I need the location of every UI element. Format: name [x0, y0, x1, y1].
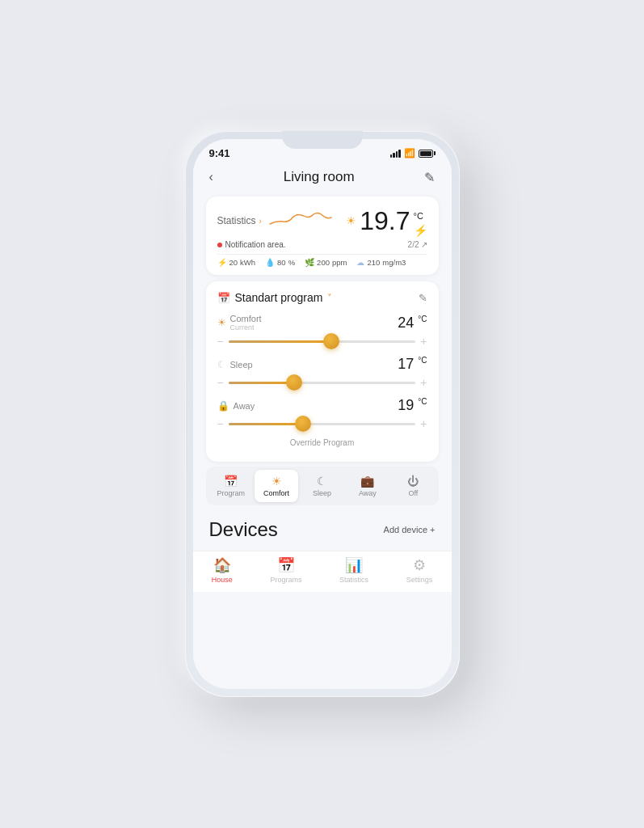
comfort-minus-button[interactable]: −: [217, 335, 224, 348]
away-minus-button[interactable]: −: [217, 417, 224, 430]
lightning-icon: ⚡: [414, 224, 427, 237]
wifi-icon: 📶: [404, 148, 415, 158]
away-temp: 19 °C: [398, 397, 427, 414]
sleep-minus-button[interactable]: −: [217, 376, 224, 389]
energy-value: 20: [229, 258, 238, 267]
humidity-value: 80: [277, 258, 286, 267]
co2-value: 200: [317, 258, 330, 267]
co2-unit: ppm: [332, 258, 347, 267]
stats-text: Statistics: [217, 215, 256, 226]
temperature-value: 19.7: [360, 208, 410, 234]
status-icons: 📶: [390, 148, 436, 158]
away-left: 🔒 Away: [217, 400, 255, 412]
back-button[interactable]: ‹: [209, 170, 213, 184]
sleep-tab-icon: ☾: [317, 475, 327, 488]
nav-statistics[interactable]: 📊 Statistics: [339, 556, 368, 584]
away-lock-icon: 🔒: [217, 400, 229, 412]
sleep-slider-thumb[interactable]: [286, 374, 302, 391]
mode-tabs: 📅 Program ☀ Comfort ☾ Sleep 💼 Away ⏻: [206, 467, 439, 505]
house-nav-label: House: [212, 576, 233, 584]
metrics-row: ⚡ 20 kWh 💧 80 % 🌿 200 ppm: [217, 254, 427, 267]
away-track-row: − +: [217, 417, 427, 430]
metric-humidity: 💧 80 %: [265, 258, 295, 267]
stats-label[interactable]: Statistics ›: [217, 215, 262, 226]
comfort-slider-section: ☀ Comfort Current 24 °C −: [217, 314, 427, 348]
co2-icon: 🌿: [305, 258, 314, 267]
comfort-tab-icon: ☀: [271, 475, 282, 488]
away-slider-section: 🔒 Away 19 °C − +: [217, 397, 427, 430]
away-slider-thumb[interactable]: [295, 416, 311, 432]
off-tab-icon: ⏻: [407, 475, 419, 488]
comfort-mode-sub: Current: [230, 323, 262, 332]
comfort-mode-name: Comfort: [230, 314, 262, 323]
tab-off[interactable]: ⏻ Off: [391, 470, 435, 502]
metric-air: ☁ 210 mg/m3: [356, 258, 406, 267]
sleep-plus-button[interactable]: +: [420, 376, 427, 389]
page-title: Living room: [284, 169, 355, 185]
program-section: 📅 Standart program ˅ ✎ ☀ Comfort Current: [206, 281, 439, 462]
sleep-left: ☾ Sleep: [217, 359, 253, 370]
status-time: 9:41: [209, 147, 230, 159]
notification-text: Notification area.: [225, 240, 286, 249]
program-tab-label: Program: [217, 489, 245, 497]
comfort-plus-button[interactable]: +: [420, 335, 427, 348]
sleep-slider-track[interactable]: [229, 382, 416, 384]
stats-card: Statistics › ☀ 19.7 °C ⚡: [206, 196, 439, 275]
comfort-slider-thumb[interactable]: [323, 333, 339, 349]
program-header: 📅 Standart program ˅ ✎: [217, 291, 427, 304]
away-mode-name: Away: [234, 401, 255, 411]
nav-settings[interactable]: ⚙ Settings: [406, 556, 433, 584]
humidity-unit: %: [288, 258, 295, 267]
energy-icon: ⚡: [217, 258, 227, 267]
sleep-temp: 17 °C: [398, 356, 427, 373]
away-plus-button[interactable]: +: [420, 417, 427, 430]
comfort-left: ☀ Comfort Current: [217, 314, 262, 332]
tab-program[interactable]: 📅 Program: [209, 470, 253, 502]
notification-count[interactable]: 2/2 ↗: [408, 240, 427, 249]
stats-chevron: ›: [259, 217, 262, 226]
sleep-moon-icon: ☾: [217, 359, 226, 370]
sleep-label-row: ☾ Sleep 17 °C: [217, 356, 427, 373]
devices-header: Devices Add device +: [209, 518, 436, 541]
add-device-button[interactable]: Add device +: [384, 525, 436, 534]
away-label-row: 🔒 Away 19 °C: [217, 397, 427, 414]
nav-programs[interactable]: 📅 Programs: [270, 556, 301, 584]
comfort-slider-fill: [229, 340, 331, 343]
nav-house[interactable]: 🏠 House: [212, 556, 233, 584]
bottom-nav: 🏠 House 📅 Programs 📊 Statistics ⚙ Settin…: [193, 551, 452, 592]
statistics-nav-icon: 📊: [345, 556, 363, 574]
settings-nav-icon: ⚙: [413, 556, 426, 574]
sleep-slider-section: ☾ Sleep 17 °C − +: [217, 356, 427, 389]
metric-energy: ⚡ 20 kWh: [217, 258, 256, 267]
comfort-temp: 24 °C: [398, 315, 427, 332]
edit-button[interactable]: ✎: [424, 170, 435, 185]
program-edit-button[interactable]: ✎: [419, 292, 427, 304]
sleep-track-row: − +: [217, 376, 427, 389]
override-label[interactable]: Override Program: [217, 438, 427, 447]
notification-row: Notification area. 2/2 ↗: [217, 240, 427, 254]
away-tab-icon: 💼: [360, 475, 374, 488]
comfort-tab-label: Comfort: [263, 489, 289, 497]
battery-icon: [419, 150, 436, 158]
screen-content: ‹ Living room ✎ Statistics ›: [193, 163, 452, 683]
program-dropdown-icon: ˅: [327, 293, 332, 303]
away-slider-track[interactable]: [229, 423, 416, 425]
off-tab-label: Off: [408, 489, 418, 497]
comfort-slider-track[interactable]: [229, 340, 416, 343]
air-icon: ☁: [356, 258, 364, 267]
humidity-icon: 💧: [265, 258, 275, 267]
metric-co2: 🌿 200 ppm: [305, 258, 347, 267]
signal-icon: [390, 150, 401, 158]
programs-nav-icon: 📅: [277, 556, 295, 574]
tab-sleep[interactable]: ☾ Sleep: [300, 470, 343, 502]
away-tab-label: Away: [359, 489, 377, 497]
tab-comfort[interactable]: ☀ Comfort: [255, 470, 298, 502]
stats-top-row: Statistics › ☀ 19.7 °C ⚡: [217, 205, 427, 237]
tab-away[interactable]: 💼 Away: [346, 470, 389, 502]
program-title-row[interactable]: 📅 Standart program ˅: [217, 291, 333, 304]
program-calendar-icon: 📅: [217, 292, 230, 304]
settings-nav-label: Settings: [406, 576, 433, 584]
header: ‹ Living room ✎: [193, 163, 452, 193]
phone-screen: 9:41 📶 ‹: [193, 139, 452, 689]
comfort-label-row: ☀ Comfort Current 24 °C: [217, 314, 427, 332]
